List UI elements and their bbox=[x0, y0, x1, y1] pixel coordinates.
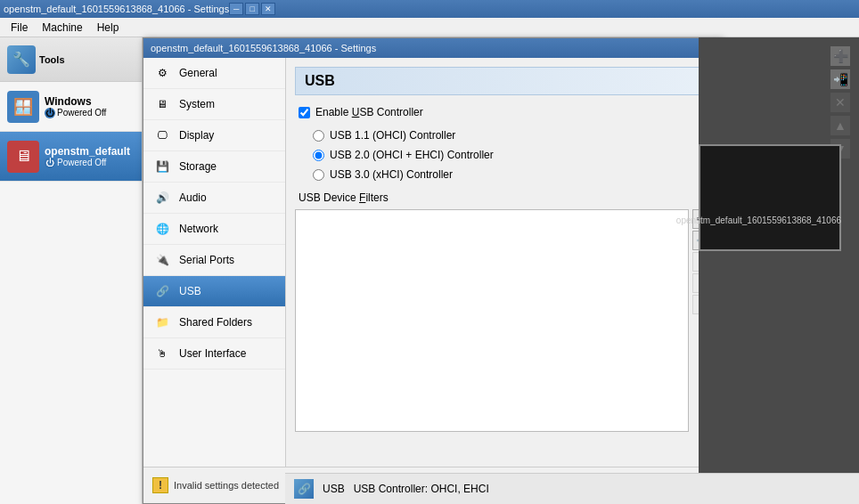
usb-version-group: USB 1.1 (OHCI) Controller USB 2.0 (OHCI … bbox=[295, 129, 712, 181]
title-bar-controls: ─ □ ✕ bbox=[229, 3, 275, 15]
settings-main-panel: USB Enable USB Controller bbox=[286, 58, 721, 467]
openstm-vm-icon: 🖥 bbox=[7, 141, 39, 173]
device-filters-label: USB Device Filters bbox=[295, 191, 712, 204]
invalid-settings-text: Invalid settings detected bbox=[174, 480, 279, 491]
usb-30-row: USB 3.0 (xHCI) Controller bbox=[313, 168, 712, 181]
bottom-usb-detail: USB Controller: OHCI, EHCI bbox=[354, 483, 489, 495]
bottom-usb-label: USB bbox=[323, 483, 345, 495]
usb-11-label: USB 1.1 (OHCI) Controller bbox=[330, 129, 455, 142]
settings-sidebar: ⚙ General 🖥 System 🖵 Display bbox=[143, 58, 286, 467]
close-button[interactable]: ✕ bbox=[261, 3, 275, 15]
serial-ports-icon: 🔌 bbox=[152, 250, 172, 270]
system-label: System bbox=[179, 98, 215, 110]
usb-20-label: USB 2.0 (OHCI + EHCI) Controller bbox=[330, 149, 494, 161]
enable-usb-checkbox[interactable] bbox=[299, 107, 310, 118]
menu-bar: File Machine Help bbox=[0, 18, 859, 37]
display-icon: 🖵 bbox=[152, 126, 172, 145]
settings-item-usb[interactable]: 🔗 USB bbox=[143, 276, 285, 307]
usb-label: USB bbox=[179, 285, 201, 297]
usb-11-row: USB 1.1 (OHCI) Controller bbox=[313, 129, 712, 142]
system-icon: 🖥 bbox=[152, 94, 172, 114]
tools-icon: 🔧 bbox=[7, 45, 36, 74]
usb-20-row: USB 2.0 (OHCI + EHCI) Controller bbox=[313, 149, 712, 161]
windows-vm-text: Windows ⏻ Powered Off bbox=[45, 95, 106, 118]
menu-help[interactable]: Help bbox=[90, 18, 127, 37]
display-label: Display bbox=[179, 129, 214, 142]
enable-usb-label: Enable USB Controller bbox=[315, 106, 423, 118]
settings-dialog: openstm_default_1601559613868_41066 - Se… bbox=[143, 37, 722, 504]
vm-item-openstm[interactable]: 🖥 openstm_default ⏻ Powered Off bbox=[0, 132, 142, 182]
shared-folders-label: Shared Folders bbox=[179, 316, 252, 329]
main-layout: 🔧 Tools 🪟 Windows ⏻ Powered Off 🖥 openst bbox=[0, 37, 859, 504]
serial-ports-label: Serial Ports bbox=[179, 254, 234, 266]
title-bar: openstm_default_1601559613868_41066 - Se… bbox=[0, 0, 859, 18]
storage-label: Storage bbox=[179, 160, 217, 173]
general-icon: ⚙ bbox=[152, 63, 172, 83]
general-label: General bbox=[179, 67, 217, 79]
enable-usb-row: Enable USB Controller bbox=[295, 106, 712, 118]
right-side-buttons: ➕ 📲 ✕ ▲ ▼ bbox=[830, 46, 850, 159]
openstm-vm-name: openstm_default bbox=[45, 145, 130, 158]
windows-vm-status: ⏻ Powered Off bbox=[45, 108, 106, 118]
invalid-warning: ! Invalid settings detected bbox=[152, 477, 279, 493]
windows-vm-name: Windows bbox=[45, 95, 106, 108]
warning-icon: ! bbox=[152, 477, 168, 493]
user-interface-label: User Interface bbox=[179, 347, 246, 360]
user-interface-icon: 🖱 bbox=[152, 344, 172, 363]
settings-item-general[interactable]: ⚙ General bbox=[143, 58, 285, 89]
shared-folders-icon: 📁 bbox=[152, 313, 172, 332]
settings-item-display[interactable]: 🖵 Display bbox=[143, 120, 285, 151]
filter-list-area bbox=[295, 209, 689, 432]
dialog-title-bar: openstm_default_1601559613868_41066 - Se… bbox=[143, 38, 721, 58]
section-title: USB bbox=[305, 73, 335, 88]
settings-item-user-interface[interactable]: 🖱 User Interface bbox=[143, 338, 285, 370]
side-btn-4[interactable]: ▲ bbox=[830, 116, 850, 135]
tools-header: 🔧 Tools bbox=[0, 37, 142, 82]
windows-status-dot: ⏻ bbox=[45, 108, 55, 118]
maximize-button[interactable]: □ bbox=[245, 3, 259, 15]
menu-file[interactable]: File bbox=[4, 18, 35, 37]
bottom-status-bar: 🔗 USB USB Controller: OHCI, EHCI bbox=[285, 473, 859, 504]
openstm-status-dot: ⏻ bbox=[45, 158, 55, 168]
dialog-content: ⚙ General 🖥 System 🖵 Display bbox=[143, 58, 721, 467]
usb-30-label: USB 3.0 (xHCI) Controller bbox=[330, 168, 453, 181]
dialog-title-text: openstm_default_1601559613868_41066 - Se… bbox=[151, 43, 376, 53]
settings-item-system[interactable]: 🖥 System bbox=[143, 89, 285, 120]
menu-machine[interactable]: Machine bbox=[35, 18, 89, 37]
settings-item-storage[interactable]: 💾 Storage bbox=[143, 151, 285, 183]
vm-preview-box bbox=[699, 144, 841, 251]
vm-preview-label: openstm_default_1601559613868_41066 bbox=[676, 215, 841, 225]
tools-label: Tools bbox=[39, 54, 65, 65]
storage-icon: 💾 bbox=[152, 157, 172, 176]
openstm-vm-text: openstm_default ⏻ Powered Off bbox=[45, 145, 130, 168]
network-label: Network bbox=[179, 223, 218, 235]
usb-11-radio[interactable] bbox=[313, 130, 324, 142]
usb-30-radio[interactable] bbox=[313, 169, 324, 181]
audio-icon: 🔊 bbox=[152, 188, 172, 207]
openstm-vm-status: ⏻ Powered Off bbox=[45, 158, 130, 168]
usb-20-radio[interactable] bbox=[313, 150, 324, 161]
title-bar-text: openstm_default_1601559613868_41066 - Se… bbox=[4, 4, 229, 14]
section-title-box: USB bbox=[295, 67, 712, 95]
side-btn-3[interactable]: ✕ bbox=[830, 93, 850, 112]
windows-vm-icon: 🪟 bbox=[7, 91, 39, 123]
settings-item-network[interactable]: 🌐 Network bbox=[143, 214, 285, 245]
audio-label: Audio bbox=[179, 191, 207, 204]
minimize-button[interactable]: ─ bbox=[229, 3, 243, 15]
usb-icon: 🔗 bbox=[152, 281, 172, 301]
settings-item-audio[interactable]: 🔊 Audio bbox=[143, 183, 285, 214]
settings-item-serial-ports[interactable]: 🔌 Serial Ports bbox=[143, 245, 285, 276]
vm-item-windows[interactable]: 🪟 Windows ⏻ Powered Off bbox=[0, 82, 142, 132]
side-btn-1[interactable]: ➕ bbox=[830, 46, 850, 66]
vm-preview-area: ➕ 📲 ✕ ▲ ▼ openstm_default_1601559613868_… bbox=[699, 37, 859, 473]
bottom-usb-icon: 🔗 bbox=[294, 479, 314, 499]
filter-area-container: ➕ 📲 ✕ ▲ ▼ bbox=[295, 209, 712, 439]
side-btn-2[interactable]: 📲 bbox=[830, 69, 850, 89]
network-icon: 🌐 bbox=[152, 219, 172, 239]
right-area: openstm_default_1601559613868_41066 - Se… bbox=[143, 37, 859, 504]
settings-item-shared-folders[interactable]: 📁 Shared Folders bbox=[143, 307, 285, 338]
vbox-sidebar: 🔧 Tools 🪟 Windows ⏻ Powered Off 🖥 openst bbox=[0, 37, 143, 504]
